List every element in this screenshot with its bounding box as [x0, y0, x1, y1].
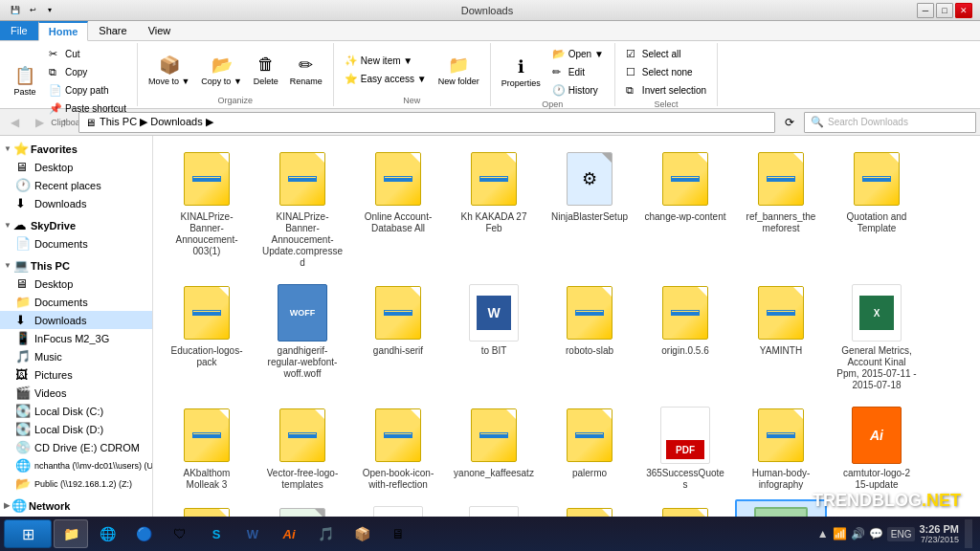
select-all-button[interactable]: ☑ Select all: [621, 45, 711, 62]
sidebar-item-cd-e[interactable]: 💿CD Drive (E:) CDROM: [0, 438, 152, 456]
sidebar-header-thispc[interactable]: ▼ 💻 This PC: [0, 256, 152, 275]
paste-button[interactable]: 📋 Paste: [8, 56, 42, 106]
sidebar-item-nchantha[interactable]: 🌐nchantha (\\mv-dc01\\users) (U:): [0, 456, 152, 474]
file-item-ninja[interactable]: ⚙ NinjaBlasterSetup: [544, 143, 635, 274]
language-indicator[interactable]: ENG: [887, 527, 916, 541]
history-button[interactable]: 🕐 History: [547, 81, 609, 99]
sidebar-item-desktop[interactable]: 🖥Desktop: [0, 158, 152, 176]
file-item-open-book[interactable]: Open-book-icon-with-reflection: [352, 400, 444, 496]
sidebar-item-videos[interactable]: 🎬Videos: [0, 384, 152, 402]
show-desktop-button[interactable]: [965, 519, 972, 548]
sidebar-item-documents-sky[interactable]: 📄Documents: [0, 234, 152, 253]
invert-selection-button[interactable]: ⧉ Invert selection: [621, 81, 711, 99]
new-item-icon: ✨: [345, 55, 358, 67]
cut-button[interactable]: ✂ Cut: [44, 45, 131, 62]
file-item-tobit[interactable]: W to BIT: [448, 277, 540, 396]
taskbar-media[interactable]: 🎵: [308, 519, 343, 548]
search-box[interactable]: 🔍 Search Downloads: [804, 112, 976, 133]
taskbar-skype[interactable]: S: [199, 519, 234, 548]
file-item-camtutor[interactable]: Ai camtutor-logo-2 15-update: [831, 400, 923, 496]
file-item-online-account[interactable]: Online Account-Database All: [352, 143, 444, 274]
taskbar-ie[interactable]: 🌐: [90, 519, 124, 548]
taskbar-ai[interactable]: Ai: [272, 519, 306, 548]
back-button[interactable]: ◀: [4, 112, 25, 133]
clipboard-items: 📋 Paste ✂ Cut ⧉ Copy 📄 Copy path: [8, 45, 131, 117]
file-item-quotation[interactable]: Quotation and Template: [831, 143, 923, 274]
sidebar-item-music[interactable]: 🎵Music: [0, 347, 152, 365]
file-item-akbalthom[interactable]: AKbalthom Molleak 3: [161, 400, 253, 496]
sidebar-item-local-c[interactable]: 💽Local Disk (C:): [0, 402, 152, 420]
file-item-origin[interactable]: origin.0.5.6: [639, 277, 731, 396]
taskbar-msg-icon[interactable]: 💬: [869, 527, 883, 540]
sidebar-item-infocus[interactable]: 📱InFocus M2_3G: [0, 329, 152, 347]
tab-file[interactable]: File: [0, 21, 38, 40]
tab-view[interactable]: View: [138, 21, 182, 40]
file-item-ref-banners[interactable]: ref_banners_the meforest: [735, 143, 827, 274]
quick-access-dropdown[interactable]: ▾: [42, 4, 57, 17]
properties-button[interactable]: ℹ Properties: [497, 47, 546, 97]
new-item-button[interactable]: ✨ New item ▼: [340, 53, 432, 70]
file-item-human-body[interactable]: Human-body-infography: [735, 400, 827, 496]
file-item-vector-logo[interactable]: Vector-free-logo-templates: [256, 400, 348, 496]
maximize-button[interactable]: □: [936, 3, 953, 18]
file-item-gandhi-woff[interactable]: WOFF gandhigerif-regular-webfont-woff.wo…: [256, 277, 348, 396]
quick-access-btn2[interactable]: ↩: [25, 4, 40, 17]
taskbar-word[interactable]: W: [235, 519, 270, 548]
file-item-kinal1[interactable]: KINALPrize-Banner-Annoucement-003(1): [161, 143, 253, 274]
move-to-button[interactable]: 📦 Move to ▼: [144, 45, 194, 95]
file-item-palermo[interactable]: palermo: [544, 400, 635, 496]
taskbar-antivirus[interactable]: 🛡: [163, 519, 197, 548]
forward-button[interactable]: ▶: [29, 112, 50, 133]
edit-button[interactable]: ✏ Edit: [547, 63, 609, 80]
file-item-kinal2[interactable]: KINALPrize-Banner-Annoucement-Update.com…: [256, 143, 348, 274]
sidebar-item-pictures[interactable]: 🖼Pictures: [0, 365, 152, 384]
file-item-yanone[interactable]: yanone_kaffeesatz: [448, 400, 540, 496]
refresh-button[interactable]: ⟳: [779, 112, 800, 133]
taskbar-speaker-icon[interactable]: 🔊: [851, 527, 865, 540]
sidebar-item-recent[interactable]: 🕐Recent places: [0, 176, 152, 194]
copy-button[interactable]: ⧉ Copy: [44, 63, 131, 80]
taskbar-misc[interactable]: 🖥: [381, 519, 415, 548]
taskbar-archive[interactable]: 📦: [345, 519, 379, 548]
sidebar-item-desktop-pc[interactable]: 🖥Desktop: [0, 275, 152, 293]
delete-button[interactable]: 🗑 Delete: [249, 45, 283, 95]
copy-path-button[interactable]: 📄 Copy path: [44, 81, 131, 99]
rename-button[interactable]: ✏ Rename: [285, 45, 327, 95]
copy-to-button[interactable]: 📂 Copy to ▼: [196, 45, 246, 95]
sidebar-item-downloads-fav[interactable]: ⬇Downloads: [0, 194, 152, 212]
open-button[interactable]: 📂 Open ▼: [547, 45, 609, 62]
organize-items: 📦 Move to ▼ 📂 Copy to ▼ 🗑 Delete ✏ Renam…: [144, 45, 327, 95]
taskbar-network-icon[interactable]: 📶: [833, 527, 847, 540]
file-icon-yaminth: [750, 282, 812, 343]
file-item-change-wp[interactable]: change-wp-content: [639, 143, 731, 274]
tab-share[interactable]: Share: [88, 21, 137, 40]
sidebar-header-skydrive[interactable]: ▼ ☁ SkyDrive: [0, 216, 152, 234]
file-item-roboto[interactable]: roboto-slab: [544, 277, 635, 396]
sidebar-header-network[interactable]: ▶ 🌐 Network: [0, 496, 152, 515]
sidebar-header-favorites[interactable]: ▼ ⭐ Favorites: [0, 140, 152, 158]
sidebar-item-documents-pc[interactable]: 📁Documents: [0, 293, 152, 311]
close-button[interactable]: ✕: [955, 3, 972, 18]
quick-access-btn[interactable]: 💾: [8, 4, 23, 17]
tab-home[interactable]: Home: [38, 21, 89, 41]
taskbar-explorer[interactable]: 📁: [54, 519, 88, 548]
sidebar-item-public[interactable]: 📂Public (\\192.168.1.2) (Z:): [0, 474, 152, 493]
file-item-general-metrics[interactable]: X General Metrics, Account Kinal Ppm, 20…: [831, 277, 923, 396]
new-folder-button[interactable]: 📁 New folder: [434, 45, 484, 95]
taskbar-chrome[interactable]: 🔵: [126, 519, 161, 548]
taskbar-arrow-up[interactable]: ▲: [817, 527, 829, 540]
easy-access-button[interactable]: ⭐ Easy access ▼: [340, 71, 432, 88]
file-item-education-logos[interactable]: Education-logos-pack: [161, 277, 253, 396]
file-item-kakada[interactable]: Kh KAKADA 27 Feb: [448, 143, 540, 274]
up-button[interactable]: ↑: [54, 112, 75, 133]
file-item-yaminth[interactable]: YAMINTH: [735, 277, 827, 396]
system-clock[interactable]: 3:26 PM 7/23/2015: [919, 523, 959, 544]
file-item-gandhi-serif[interactable]: gandhi-serif: [352, 277, 444, 396]
file-item-365success[interactable]: PDF 365SuccessQuotes: [639, 400, 731, 496]
address-path[interactable]: 🖥 This PC ▶ Downloads ▶: [78, 112, 775, 133]
sidebar-item-local-d[interactable]: 💽Local Disk (D:): [0, 420, 152, 438]
start-button[interactable]: ⊞: [4, 519, 52, 548]
minimize-button[interactable]: ─: [917, 3, 934, 18]
sidebar-item-downloads-pc[interactable]: ⬇Downloads: [0, 311, 152, 329]
select-none-button[interactable]: ☐ Select none: [621, 63, 711, 80]
